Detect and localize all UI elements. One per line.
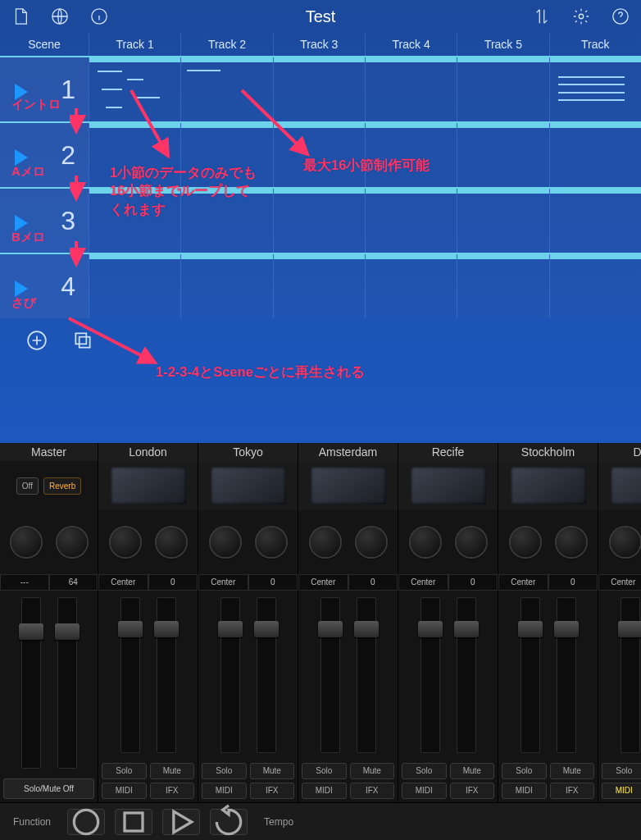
midi-button[interactable]: MIDI (402, 783, 447, 799)
fader[interactable] (621, 597, 640, 753)
solo-button[interactable]: Solo (302, 763, 347, 779)
clip-slot[interactable] (365, 123, 457, 187)
clip-slot[interactable] (180, 254, 272, 318)
fader[interactable] (521, 597, 540, 753)
pan-knob[interactable] (511, 527, 540, 557)
mute-button[interactable]: Mute (550, 763, 595, 779)
stop-button[interactable] (115, 809, 152, 835)
track-header-6[interactable]: Track (549, 33, 641, 56)
fader[interactable] (557, 597, 576, 753)
fader[interactable] (120, 597, 140, 753)
clip-slot[interactable] (365, 57, 457, 121)
solo-button[interactable]: Solo (102, 763, 147, 779)
ifx-button[interactable]: IFX (250, 783, 295, 799)
track-header-3[interactable]: Track 3 (273, 33, 365, 56)
clip-slot[interactable] (180, 123, 272, 187)
pan-knob[interactable] (411, 527, 440, 557)
device-thumbnail[interactable] (111, 467, 186, 504)
send-knob[interactable] (357, 527, 386, 557)
channel-name[interactable]: Recife (398, 443, 498, 461)
fader[interactable] (457, 597, 476, 753)
clip-slot[interactable] (457, 254, 548, 318)
midi-button[interactable]: MIDI (602, 783, 641, 799)
clip-slot[interactable] (273, 57, 365, 121)
clip-slot[interactable] (273, 254, 365, 318)
clip-slot[interactable] (457, 123, 548, 187)
channel-name[interactable]: Tokyo (198, 443, 298, 461)
new-file-icon[interactable] (11, 7, 30, 25)
fader[interactable] (357, 597, 376, 753)
mute-button[interactable]: Mute (150, 763, 195, 779)
clip-slot[interactable] (365, 189, 457, 253)
ifx-button[interactable]: IFX (450, 783, 495, 799)
solo-button[interactable]: Solo (402, 763, 447, 779)
clip-slot[interactable] (365, 254, 457, 318)
pan-knob[interactable] (611, 527, 640, 557)
clip-slot[interactable] (549, 189, 641, 253)
fader[interactable] (57, 597, 77, 769)
midi-button[interactable]: MIDI (102, 783, 147, 799)
device-thumbnail[interactable] (211, 467, 286, 504)
fader[interactable] (157, 597, 176, 753)
solo-mute-off-button[interactable]: Solo/Mute Off (3, 778, 94, 799)
add-scene-button[interactable] (26, 330, 48, 351)
play-button[interactable] (162, 809, 200, 835)
scene-play-button[interactable] (15, 149, 28, 166)
clip-slot[interactable] (89, 123, 180, 187)
device-thumbnail[interactable] (411, 467, 486, 504)
track-header-4[interactable]: Track 4 (365, 33, 457, 56)
help-icon[interactable] (611, 7, 630, 25)
function-label[interactable]: Function (7, 816, 57, 828)
channel-name[interactable]: London (98, 443, 198, 461)
solo-button[interactable]: Solo (202, 763, 247, 779)
midi-button[interactable]: MIDI (202, 783, 247, 799)
clip-slot[interactable] (273, 189, 365, 253)
duplicate-scene-button[interactable] (72, 330, 93, 351)
clip-slot[interactable] (273, 123, 365, 187)
fader[interactable] (21, 597, 41, 769)
scene-play-button[interactable] (15, 215, 28, 231)
pan-knob[interactable] (211, 527, 240, 557)
gear-icon[interactable] (572, 7, 590, 25)
midi-button[interactable]: MIDI (502, 783, 547, 799)
loop-button[interactable] (210, 809, 248, 835)
ifx-button[interactable]: IFX (350, 783, 395, 799)
solo-button[interactable]: Solo (502, 763, 547, 779)
channel-name[interactable]: Amsterdam (298, 443, 398, 461)
clip-slot[interactable] (549, 57, 641, 121)
clip-slot[interactable] (180, 57, 272, 121)
ifx-button[interactable]: IFX (550, 783, 595, 799)
fader[interactable] (421, 597, 440, 753)
clip-slot[interactable] (457, 57, 548, 121)
pan-knob[interactable] (311, 527, 340, 557)
fader[interactable] (257, 597, 276, 753)
clip-slot[interactable] (549, 123, 641, 187)
swap-icon[interactable] (533, 7, 551, 25)
ifx-button[interactable]: IFX (150, 783, 195, 799)
globe-icon[interactable] (51, 7, 69, 25)
fader[interactable] (220, 597, 240, 753)
track-header-5[interactable]: Track 5 (457, 33, 548, 56)
mute-button[interactable]: Mute (250, 763, 295, 779)
fader[interactable] (320, 597, 340, 753)
device-thumbnail[interactable] (311, 467, 386, 504)
mute-button[interactable]: Mute (350, 763, 395, 779)
mute-button[interactable]: Mute (450, 763, 495, 779)
clip-slot[interactable] (549, 254, 641, 318)
clip-slot[interactable] (180, 189, 272, 253)
knob[interactable] (57, 527, 87, 557)
track-header-2[interactable]: Track 2 (180, 33, 272, 56)
send-knob[interactable] (557, 527, 586, 557)
midi-button[interactable]: MIDI (302, 783, 347, 799)
master-off-button[interactable]: Off (16, 477, 39, 495)
send-knob[interactable] (257, 527, 286, 557)
clip-slot[interactable] (89, 254, 180, 318)
send-knob[interactable] (457, 527, 486, 557)
record-button[interactable] (67, 809, 105, 835)
info-icon[interactable] (90, 7, 108, 25)
master-reverb-button[interactable]: Reverb (43, 477, 81, 495)
clip-slot[interactable] (89, 189, 180, 253)
track-header-1[interactable]: Track 1 (89, 33, 180, 56)
solo-button[interactable]: Solo (602, 763, 641, 779)
knob[interactable] (11, 527, 41, 557)
